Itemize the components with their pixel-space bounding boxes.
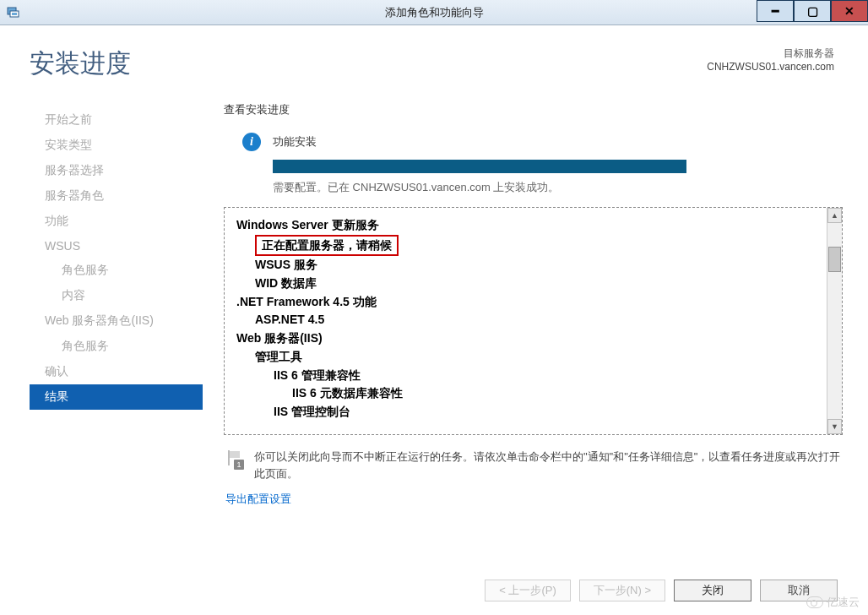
install-details-list: Windows Server 更新服务 正在配置服务器，请稍候 WSUS 服务 … [225,208,842,434]
minimize-button[interactable]: ━ [757,0,794,22]
scroll-thumb[interactable] [828,247,841,272]
target-host: CNHZWSUS01.vancen.com [707,61,834,73]
detail-line: IIS 6 元数据库兼容性 [292,384,830,403]
watermark-icon [806,596,823,608]
watermark-text: 亿速云 [827,595,860,610]
flag-icon: 1 [225,450,244,469]
nav-wsus-role-services: 角色服务 [30,258,203,283]
close-button[interactable]: 关闭 [674,580,751,601]
nav-features: 功能 [30,209,203,234]
detail-line: IIS 管理控制台 [274,403,830,422]
wizard-steps-nav: 开始之前 安装类型 服务器选择 服务器角色 功能 WSUS 角色服务 内容 We… [30,102,203,607]
progress-bar [273,160,686,173]
close-window-button[interactable]: ✕ [831,0,868,22]
nav-iis-role-services: 角色服务 [30,334,203,359]
install-details-box: Windows Server 更新服务 正在配置服务器，请稍候 WSUS 服务 … [224,207,843,435]
scroll-track[interactable] [827,223,842,419]
info-icon: i [242,133,261,151]
export-config-link[interactable]: 导出配置设置 [225,492,843,507]
target-server-info: 目标服务器 CNHZWSUS01.vancen.com [707,46,834,81]
nav-confirm: 确认 [30,359,203,384]
target-label: 目标服务器 [707,46,834,61]
highlighted-status: 正在配置服务器，请稍候 [255,235,399,257]
note-text: 你可以关闭此向导而不中断正在运行的任务。请依次单击命令栏中的"通知"和"任务详细… [254,449,843,482]
detail-line: WID 数据库 [255,275,830,293]
detail-line: WSUS 服务 [255,256,830,275]
nav-install-type: 安装类型 [30,133,203,158]
detail-line: Windows Server 更新服务 [236,216,830,235]
section-title: 查看安装进度 [224,102,843,117]
detail-line: .NET Framework 4.5 功能 [236,293,830,312]
detail-line: ASP.NET 4.5 [255,311,830,329]
wizard-button-row: < 上一步(P) 下一步(N) > 关闭 取消 [485,580,838,601]
status-label: 功能安装 [273,134,317,150]
svg-rect-2 [12,13,17,15]
prev-button: < 上一步(P) [485,580,571,601]
nav-before-begin: 开始之前 [30,107,203,133]
app-icon [7,6,20,19]
scroll-down-button[interactable]: ▼ [827,419,842,434]
maximize-button[interactable]: ▢ [794,0,831,22]
nav-results: 结果 [30,384,203,410]
window-controls: ━ ▢ ✕ [757,0,868,22]
detail-line: 正在配置服务器，请稍候 [255,235,830,257]
nav-wsus-content: 内容 [30,283,203,308]
nav-wsus: WSUS [30,234,203,258]
status-message: 需要配置。已在 CNHZWSUS01.vancen.com 上安装成功。 [273,180,843,195]
detail-line: IIS 6 管理兼容性 [274,367,830,385]
vertical-scrollbar[interactable]: ▲ ▼ [827,208,842,434]
window-title: 添加角色和功能向导 [385,5,484,20]
page-title: 安装进度 [30,46,131,81]
detail-line: 管理工具 [255,348,830,367]
flag-badge: 1 [234,460,244,470]
nav-web-server-iis: Web 服务器角色(IIS) [30,308,203,334]
next-button: 下一步(N) > [579,580,665,601]
info-note: 1 你可以关闭此向导而不中断正在运行的任务。请依次单击命令栏中的"通知"和"任务… [225,449,843,482]
scroll-up-button[interactable]: ▲ [827,208,842,223]
titlebar: 添加角色和功能向导 ━ ▢ ✕ [0,0,868,25]
nav-server-roles: 服务器角色 [30,183,203,209]
detail-line: Web 服务器(IIS) [236,329,830,348]
watermark: 亿速云 [806,595,860,610]
nav-server-select: 服务器选择 [30,158,203,183]
